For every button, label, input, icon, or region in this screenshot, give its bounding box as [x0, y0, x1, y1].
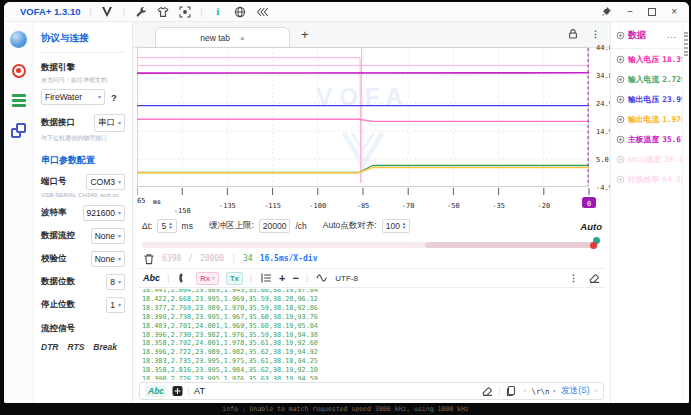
scrollbar-thumb[interactable] — [425, 242, 598, 248]
collapse-chevrons-icon[interactable] — [256, 5, 269, 18]
interface-label: 数据接口 — [41, 117, 75, 129]
eraser-icon[interactable] — [481, 385, 494, 398]
svg-text:-100: -100 — [309, 202, 326, 210]
tx-filter-button[interactable]: Tx — [226, 272, 243, 285]
field-select[interactable]: 1▾ — [106, 297, 125, 313]
wrench-settings-icon[interactable] — [134, 5, 147, 18]
maximize-button[interactable] — [648, 8, 656, 16]
waveform-icon — [315, 272, 328, 285]
field-select[interactable]: 8▾ — [106, 274, 125, 290]
console-line: 18.396,2.730,23.982,1.976,35.59,38.19,94… — [142, 331, 605, 340]
auto-align-input[interactable]: 100▲▼ — [382, 219, 411, 233]
background-status-line: info : Unable to match requested speed 3… — [0, 403, 691, 415]
history-copy-icon[interactable] — [505, 385, 518, 398]
console-menu-icon[interactable]: ⋮ — [569, 273, 578, 283]
channel-row[interactable]: 输入电流2.726 — [611, 69, 682, 89]
svg-text:-150: -150 — [174, 207, 191, 215]
lock-icon[interactable] — [566, 27, 579, 40]
interface-hint: 与下位机通信的物理接口 — [41, 134, 125, 143]
rx-filter-button[interactable]: Rx▾ — [196, 272, 219, 285]
toolbar-separator: | — [123, 7, 125, 17]
minimize-button[interactable]: − — [627, 7, 633, 17]
field-select[interactable]: COM3▾ — [86, 174, 125, 190]
visibility-icon[interactable] — [616, 135, 625, 144]
flow-label: 流控信号 — [41, 323, 125, 335]
language-globe-icon[interactable] — [234, 5, 247, 18]
tab-menu-icon[interactable]: ⋮ — [591, 29, 600, 39]
tab-close-icon[interactable]: × — [240, 34, 245, 43]
flow-signal-rts[interactable]: RTS — [67, 342, 84, 352]
scroll-marker-red[interactable] — [590, 242, 597, 249]
connection-orb-icon[interactable] — [10, 31, 27, 48]
trash-icon[interactable] — [142, 252, 155, 265]
newline-select[interactable]: \r\n▾ — [531, 387, 556, 396]
visibility-icon[interactable] — [616, 155, 625, 164]
visibility-icon[interactable] — [616, 95, 625, 104]
visibility-icon[interactable] — [616, 175, 625, 184]
chevron-down-icon: ▾ — [118, 210, 121, 216]
waveform-chart[interactable]: VOFA44.80534.85824.91214.9655.018-4.929-… — [137, 43, 639, 219]
pause-phone-icon[interactable] — [176, 272, 189, 285]
wrap-text-icon[interactable] — [259, 272, 272, 285]
help-button[interactable]: ? — [111, 92, 117, 103]
svg-text:-135: -135 — [219, 202, 236, 210]
visibility-icon[interactable] — [616, 75, 625, 84]
spinner-icon[interactable]: ▲▼ — [402, 222, 406, 229]
engine-select[interactable]: FireWater▾ — [41, 89, 105, 105]
data-panel-menu[interactable]: ... — [667, 31, 677, 40]
encoding-label[interactable]: UTF-8 — [335, 274, 358, 283]
channel-row[interactable]: 输入电压18.390 — [611, 49, 682, 69]
chart-scrollbar[interactable] — [142, 242, 598, 248]
channel-row[interactable]: 主板温度35.630 — [611, 129, 682, 149]
flow-signal-dtr[interactable]: DTR — [41, 342, 58, 352]
layout-windows-icon[interactable] — [11, 123, 26, 138]
console-line: 18.383,2.735,23.995,1.975,35.61,38.18,94… — [142, 357, 605, 366]
channel-row[interactable]: 输出电压23.995 — [611, 89, 682, 109]
x-div-scale[interactable]: 16.5ms/X-div — [260, 254, 318, 263]
drag-handle-icon[interactable] — [684, 32, 688, 56]
field-select[interactable]: None▾ — [91, 251, 125, 267]
buffer-limit-label: 缓冲区上限: — [209, 220, 254, 232]
svg-text:-35: -35 — [492, 202, 505, 210]
buffer-status-row: 6398 / 20000 | 34 16.5ms/X-div — [142, 252, 602, 265]
list-menu-icon[interactable] — [12, 94, 26, 107]
side-handle-strip[interactable] — [682, 22, 689, 403]
send-input[interactable]: AT — [194, 386, 476, 396]
close-button[interactable]: × — [671, 7, 677, 17]
field-label: 端口号 — [41, 176, 67, 188]
flow-signal-break[interactable]: Break — [93, 342, 117, 352]
info-icon[interactable]: i — [212, 5, 225, 18]
visibility-icon[interactable] — [616, 31, 625, 40]
spinner-icon[interactable]: ▲▼ — [168, 222, 172, 229]
record-icon[interactable] — [12, 64, 26, 78]
insert-icon[interactable] — [172, 386, 183, 397]
add-tab-button[interactable]: + — [301, 27, 309, 42]
buffer-unit: /ch — [295, 221, 306, 231]
console-output[interactable]: 18.441,2.604,23.989,1.943,35.60,38.19,97… — [142, 289, 605, 380]
theme-shirt-icon[interactable] — [156, 5, 169, 18]
field-select[interactable]: 921600▾ — [83, 205, 125, 221]
pin-window-icon[interactable] — [599, 5, 612, 18]
interface-select[interactable]: 串口▾ — [94, 114, 125, 132]
channel-row[interactable]: MCU温度38.190 — [611, 149, 682, 169]
eraser-icon[interactable] — [587, 272, 600, 285]
console-line: 18.396,2.722,23.989,1.982,35.62,38.19,94… — [142, 348, 605, 357]
visibility-icon[interactable] — [616, 115, 625, 124]
visibility-icon[interactable] — [616, 55, 625, 64]
font-increase-button[interactable]: + — [279, 273, 285, 283]
channel-row[interactable]: 转换效率94.590 — [611, 169, 682, 189]
serial-field-row: 数据位数8▾ — [41, 274, 125, 290]
dt-input[interactable]: 5▲▼ — [157, 219, 176, 233]
send-mode-badge[interactable]: Abc — [145, 385, 167, 397]
engine-label: 数据引擎 — [41, 62, 125, 74]
auto-scale-button[interactable]: Auto — [580, 221, 602, 232]
buffer-limit-input[interactable]: 20000 — [259, 219, 291, 233]
field-select[interactable]: None▾ — [91, 228, 125, 244]
channel-row[interactable]: 输出电流1.976 — [611, 109, 682, 129]
send-button[interactable]: 发送(S) — [561, 385, 589, 397]
text-mode-button[interactable]: Abc — [143, 273, 160, 283]
chevron-down-icon: ▾ — [98, 94, 101, 100]
screenshot-capture-icon[interactable] — [178, 5, 191, 18]
font-decrease-button[interactable]: − — [293, 273, 299, 283]
vofa-logo-icon[interactable] — [101, 5, 114, 18]
